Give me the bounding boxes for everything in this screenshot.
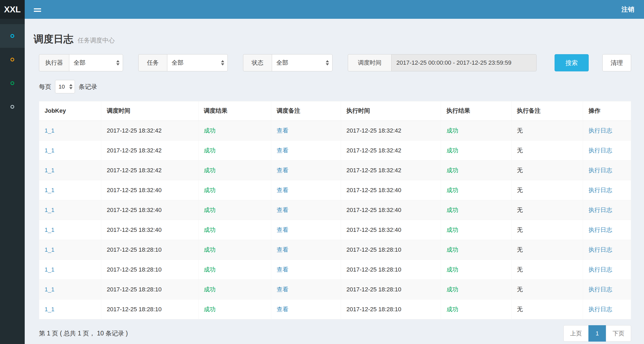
time-filter-group: 调度时间 2017-12-25 00:00:00 - 2017-12-25 23…	[348, 54, 537, 71]
trigger-msg-cell: 查看	[271, 180, 341, 200]
table-row: 1_1 2017-12-25 18:32:42 成功 查看 2017-12-25…	[39, 141, 631, 160]
status-select[interactable]: 全部	[272, 54, 332, 71]
page-size-select[interactable]: 10	[55, 80, 75, 93]
sidebar-item-2[interactable]	[0, 48, 25, 71]
jobkey-cell: 1_1	[39, 180, 101, 200]
table-footer: 第 1 页 ( 总共 1 页， 10 条记录 ) 上页 1 下页	[39, 325, 631, 342]
handle-time-cell: 2017-12-25 18:32:42	[341, 141, 441, 160]
page-size-value: 10	[59, 83, 65, 90]
hamburger-bar	[34, 11, 41, 12]
jobkey-link[interactable]: 1_1	[45, 147, 55, 154]
page-size-prefix: 每页	[39, 83, 51, 91]
handle-msg-cell: 无	[511, 260, 583, 280]
handle-time-cell: 2017-12-25 18:28:10	[341, 280, 441, 299]
view-trigger-msg-link[interactable]: 查看	[277, 187, 288, 193]
trigger-msg-cell: 查看	[271, 160, 341, 180]
app-logo-text: XXL	[4, 5, 21, 14]
trigger-msg-cell: 查看	[271, 240, 341, 260]
view-trigger-msg-link[interactable]: 查看	[277, 266, 288, 273]
main-content: 调度日志 任务调度中心 执行器 全部 任务 全部 状态 全部 调度	[25, 19, 644, 344]
hamburger-bar	[34, 8, 41, 9]
view-trigger-msg-link[interactable]: 查看	[277, 207, 288, 213]
jobkey-link[interactable]: 1_1	[45, 167, 55, 174]
view-trigger-msg-link[interactable]: 查看	[277, 306, 288, 313]
column-header-6: 执行结果	[441, 101, 511, 121]
next-page-button[interactable]: 下页	[606, 325, 631, 342]
job-select-value: 全部	[172, 59, 183, 67]
job-filter-group: 任务 全部	[138, 54, 228, 71]
trigger-time-cell: 2017-12-25 18:32:40	[101, 200, 198, 220]
table-row: 1_1 2017-12-25 18:28:10 成功 查看 2017-12-25…	[39, 240, 631, 260]
jobkey-link[interactable]: 1_1	[45, 207, 55, 213]
handle-result-cell: 成功	[441, 141, 511, 160]
sidebar-menu	[0, 24, 25, 119]
app-logo[interactable]: XXL	[0, 0, 25, 19]
executor-select[interactable]: 全部	[69, 54, 123, 71]
view-trigger-msg-link[interactable]: 查看	[277, 127, 288, 134]
trigger-time-cell: 2017-12-25 18:32:42	[101, 141, 198, 160]
search-button[interactable]: 搜索	[555, 54, 589, 71]
jobkey-link[interactable]: 1_1	[45, 306, 55, 313]
handle-result-cell: 成功	[441, 299, 511, 319]
exec-log-link[interactable]: 执行日志	[588, 167, 612, 174]
column-header-4: 调度备注	[271, 101, 341, 121]
jobkey-link[interactable]: 1_1	[45, 246, 55, 253]
trigger-time-cell: 2017-12-25 18:32:42	[101, 121, 198, 141]
log-table-body: 1_1 2017-12-25 18:32:42 成功 查看 2017-12-25…	[39, 121, 631, 319]
sidebar-item-1[interactable]	[0, 24, 25, 48]
sidebar-item-3[interactable]	[0, 71, 25, 95]
handle-time-cell: 2017-12-25 18:28:10	[341, 260, 441, 280]
trigger-result-cell: 成功	[198, 299, 271, 319]
exec-log-link[interactable]: 执行日志	[588, 286, 612, 293]
exec-log-link[interactable]: 执行日志	[588, 226, 612, 233]
column-header-5: 执行时间	[341, 101, 441, 121]
handle-result-cell: 成功	[441, 180, 511, 200]
handle-msg-cell: 无	[511, 240, 583, 260]
view-trigger-msg-link[interactable]: 查看	[277, 147, 288, 154]
trigger-result-cell: 成功	[198, 121, 271, 141]
jobkey-cell: 1_1	[39, 299, 101, 319]
jobkey-link[interactable]: 1_1	[45, 187, 55, 193]
view-trigger-msg-link[interactable]: 查看	[277, 286, 288, 293]
sidebar-item-4[interactable]	[0, 95, 25, 119]
trigger-result-cell: 成功	[198, 160, 271, 180]
page-size-suffix: 条记录	[79, 83, 97, 91]
prev-page-button[interactable]: 上页	[563, 325, 589, 342]
exec-log-link[interactable]: 执行日志	[588, 266, 612, 273]
jobkey-cell: 1_1	[39, 220, 101, 240]
jobkey-link[interactable]: 1_1	[45, 127, 55, 134]
jobkey-link[interactable]: 1_1	[45, 286, 55, 293]
trigger-result-cell: 成功	[198, 180, 271, 200]
jobkey-link[interactable]: 1_1	[45, 266, 55, 273]
view-trigger-msg-link[interactable]: 查看	[277, 226, 288, 233]
view-trigger-msg-link[interactable]: 查看	[277, 246, 288, 253]
exec-log-link[interactable]: 执行日志	[588, 246, 612, 253]
jobkey-cell: 1_1	[39, 141, 101, 160]
logout-link[interactable]: 注销	[621, 5, 634, 14]
current-page-button[interactable]: 1	[588, 325, 606, 342]
jobkey-cell: 1_1	[39, 280, 101, 299]
clear-button[interactable]: 清理	[602, 54, 631, 71]
time-range-input[interactable]: 2017-12-25 00:00:00 - 2017-12-25 23:59:5…	[391, 54, 537, 71]
trigger-result-cell: 成功	[198, 260, 271, 280]
status-select-value: 全部	[276, 59, 288, 67]
action-cell: 执行日志	[583, 141, 631, 160]
job-select[interactable]: 全部	[167, 54, 228, 71]
view-trigger-msg-link[interactable]: 查看	[277, 167, 288, 174]
action-cell: 执行日志	[583, 299, 631, 319]
exec-log-link[interactable]: 执行日志	[588, 147, 612, 154]
exec-log-link[interactable]: 执行日志	[588, 207, 612, 213]
jobkey-link[interactable]: 1_1	[45, 226, 55, 233]
jobkey-cell: 1_1	[39, 240, 101, 260]
table-row: 1_1 2017-12-25 18:28:10 成功 查看 2017-12-25…	[39, 260, 631, 280]
exec-log-link[interactable]: 执行日志	[588, 306, 612, 313]
exec-log-link[interactable]: 执行日志	[588, 187, 612, 193]
table-header-row: JobKey调度时间调度结果调度备注执行时间执行结果执行备注操作	[39, 101, 631, 121]
handle-result-cell: 成功	[441, 220, 511, 240]
job-filter-label: 任务	[138, 54, 167, 71]
exec-log-link[interactable]: 执行日志	[588, 127, 612, 134]
handle-msg-cell: 无	[511, 141, 583, 160]
status-filter-group: 状态 全部	[243, 54, 332, 71]
page-title: 调度日志	[34, 34, 73, 45]
sidebar-toggle-button[interactable]	[33, 5, 42, 13]
